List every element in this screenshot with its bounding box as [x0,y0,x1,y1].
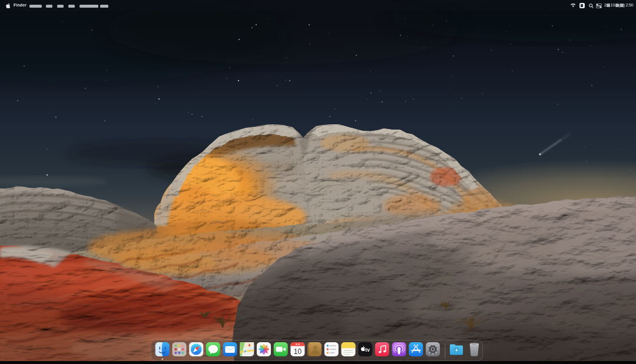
svg-text:tv: tv [365,347,370,353]
svg-text:10: 10 [294,348,302,356]
